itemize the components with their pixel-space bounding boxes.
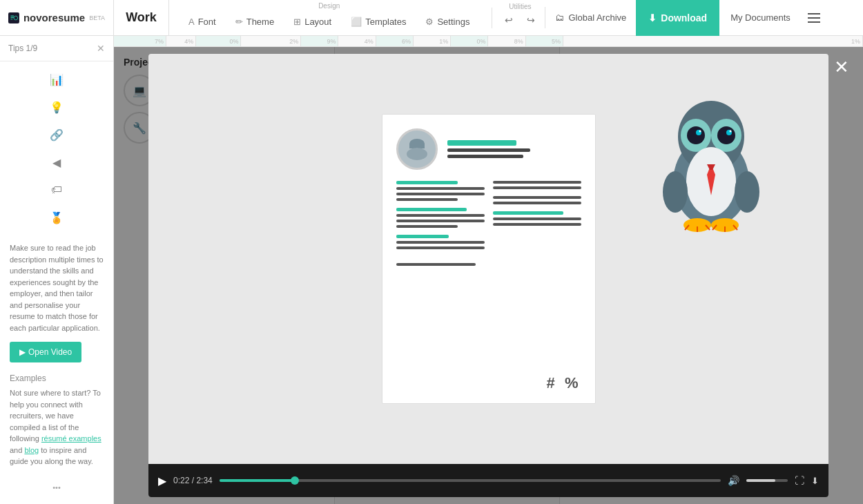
design-nav-group: Design A Font ✏ Theme ⊞ Layout ⬜ Templat… xyxy=(169,0,489,35)
svg-point-41 xyxy=(730,130,732,133)
design-label: Design xyxy=(318,2,340,10)
svg-point-36 xyxy=(687,126,705,144)
fullscreen-button[interactable]: ⛶ xyxy=(795,475,804,486)
sidebar-tag-icon[interactable]: 🏷 xyxy=(43,177,70,202)
hamburger-line-1 xyxy=(808,13,820,14)
modal-close-button[interactable]: ✕ xyxy=(834,58,849,76)
video-modal: # % xyxy=(148,54,828,497)
open-video-button[interactable]: ▶ Open Video xyxy=(10,342,81,362)
my-documents-link[interactable]: My Documents xyxy=(719,7,802,28)
svg-point-40 xyxy=(699,130,701,133)
resume-examples-link[interactable]: résumé examples xyxy=(41,434,101,443)
video-controls: ▶ 0:22 / 2:34 🔊 ⛶ ⬇ xyxy=(148,464,828,497)
resume-columns xyxy=(396,181,581,269)
gray-bar-7 xyxy=(396,241,485,244)
utilities-group: Utilities ↩ ↪ xyxy=(495,0,545,35)
tip-text: Make sure to read the job description mu… xyxy=(10,242,104,333)
teal-bar-r1 xyxy=(493,211,563,215)
sidebar-header: Tips 1/9 ✕ xyxy=(0,36,113,61)
hamburger-menu[interactable] xyxy=(802,0,826,36)
layout-label: Layout xyxy=(304,17,331,27)
time-current: 0:22 xyxy=(173,476,189,485)
design-category: Design A Font ✏ Theme ⊞ Layout ⬜ Templat… xyxy=(172,0,486,35)
templates-label: Templates xyxy=(365,17,406,27)
templates-nav-item[interactable]: ⬜ Templates xyxy=(341,11,416,35)
sidebar-collapse-icon[interactable]: ◀ xyxy=(43,150,70,175)
sidebar-lightbulb-icon[interactable]: 💡 xyxy=(43,95,70,119)
download-label: Download xyxy=(661,12,707,23)
resume-symbols: # % xyxy=(547,374,581,392)
resume-col-right xyxy=(493,181,581,269)
volume-icon[interactable]: 🔊 xyxy=(728,475,739,486)
progress-seg-4: 2% xyxy=(241,36,301,46)
theme-label: Theme xyxy=(246,17,274,27)
theme-nav-item[interactable]: ✏ Theme xyxy=(226,11,284,35)
teal-bar-3 xyxy=(396,235,449,238)
progress-seg-3: 0% xyxy=(196,36,241,46)
volume-fill xyxy=(746,479,775,482)
modal-overlay[interactable]: ✕ xyxy=(114,47,863,504)
video-download-button[interactable]: ⬇ xyxy=(811,476,819,486)
gray-bar-r1 xyxy=(493,181,581,184)
utilities-label: Utilities xyxy=(509,3,531,10)
logo-icon xyxy=(8,8,19,28)
font-nav-item[interactable]: A Font xyxy=(179,11,226,35)
progress-seg-5: 9% xyxy=(301,36,338,46)
settings-nav-item[interactable]: ⚙ Settings xyxy=(416,11,479,35)
sidebar-close-button[interactable]: ✕ xyxy=(97,43,105,54)
video-progress-fill xyxy=(220,479,295,482)
progress-seg-10: 8% xyxy=(488,36,525,46)
download-icon: ⬇ xyxy=(648,12,657,23)
settings-icon: ⚙ xyxy=(425,17,434,27)
gray-bar-r6 xyxy=(493,223,581,226)
svg-point-46 xyxy=(663,171,688,213)
progress-seg-11: 5% xyxy=(526,36,563,46)
sidebar-share-icon[interactable]: 🔗 xyxy=(43,122,70,147)
gray-bar-1 xyxy=(396,187,485,190)
main-owl-icon xyxy=(649,75,773,233)
blog-link[interactable]: blog xyxy=(24,446,39,454)
hamburger-line-2 xyxy=(808,17,820,19)
undo-button[interactable]: ↩ xyxy=(499,12,518,28)
layout-nav-item[interactable]: ⊞ Layout xyxy=(284,11,341,35)
gray-bar-r5 xyxy=(493,217,581,220)
more-icon: ••• xyxy=(52,483,61,492)
logo-beta: BETA xyxy=(89,14,105,21)
video-progress-bar[interactable] xyxy=(220,479,721,482)
main-area: Projects 💻 📋 📊 📚 🔧 📱 🎯 ⚡ Built up a team… xyxy=(114,47,863,504)
global-archive-button[interactable]: 🗂 Global Archive xyxy=(545,7,636,28)
open-video-label: Open Video xyxy=(28,347,72,357)
video-progress-thumb[interactable] xyxy=(291,476,299,485)
svg-point-37 xyxy=(717,126,735,144)
progress-seg-9: 0% xyxy=(451,36,488,46)
resume-col-left xyxy=(396,181,485,269)
settings-label: Settings xyxy=(437,17,469,27)
examples-text: Not sure where to start? To help you con… xyxy=(10,387,104,467)
progress-seg-8: 1% xyxy=(414,36,451,46)
teal-bar-2 xyxy=(396,208,467,211)
examples-title: Examples xyxy=(10,374,104,383)
resume-avatar xyxy=(396,128,438,170)
gray-bar-3 xyxy=(396,198,458,201)
gray-bar-r2 xyxy=(493,186,581,189)
sidebar-content: Make sure to read the job description mu… xyxy=(0,235,113,477)
sidebar-award-icon[interactable]: 🏅 xyxy=(43,205,70,230)
gray-bar-4 xyxy=(396,214,485,217)
progress-seg-6: 4% xyxy=(338,36,376,46)
download-button[interactable]: ⬇ Download xyxy=(636,0,719,36)
gray-bar-r3 xyxy=(493,196,581,199)
play-icon: ▶ xyxy=(19,347,26,357)
volume-bar[interactable] xyxy=(746,479,788,482)
svg-point-47 xyxy=(735,171,759,213)
play-button[interactable]: ▶ xyxy=(158,474,166,487)
templates-icon: ⬜ xyxy=(351,17,362,27)
main-owl-container xyxy=(649,75,773,236)
sidebar-chart-icon[interactable]: 📊 xyxy=(43,67,70,92)
time-display: 0:22 / 2:34 xyxy=(173,476,213,485)
logo-text: novoresume xyxy=(23,12,85,23)
redo-button[interactable]: ↪ xyxy=(521,12,541,28)
examples-text-2: and xyxy=(10,446,22,454)
gray-bar-r4 xyxy=(493,202,581,204)
left-sidebar: Tips 1/9 ✕ 📊 💡 🔗 ◀ 🏷 🏅 Make sure to read… xyxy=(0,36,114,504)
sidebar-more-button[interactable]: ••• xyxy=(7,478,106,497)
